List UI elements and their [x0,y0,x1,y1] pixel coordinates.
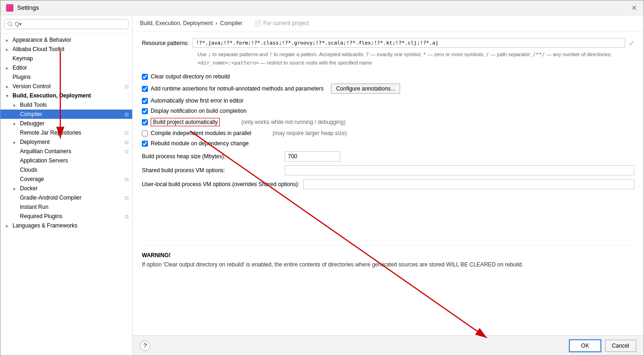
build-auto-note: (only works while not running / debuggin… [241,119,345,125]
resource-patterns-label: Resource patterns: [142,40,189,46]
chevron-icon [13,149,20,154]
compile-parallel-label[interactable]: Compile independent modules in parallel [151,130,251,136]
chevron-right-icon: ▸ [13,103,20,108]
chevron-right-icon: ▸ [6,223,13,228]
sidebar-item-label: Keymap [13,55,128,62]
shared-vm-input[interactable] [285,165,634,175]
resource-patterns-input[interactable] [192,38,625,48]
chevron-right-icon: ▸ [6,84,13,89]
build-auto-checkbox[interactable] [142,119,148,125]
app-icon [6,4,13,12]
copy-icon: ⊡ [125,84,128,89]
chevron-icon [13,112,20,117]
copy-icon: ⊡ [125,112,128,117]
compile-parallel-checkbox[interactable] [142,130,148,136]
chevron-icon [13,168,20,173]
sidebar-item-docker[interactable]: ▸ Docker [0,184,132,193]
auto-show-checkbox[interactable] [142,98,148,104]
sidebar-item-app-servers[interactable]: Application Servers [0,156,132,165]
sidebar-item-label: Arquillian Containers [20,148,125,155]
sidebar-item-label: Coverage [20,176,125,182]
sidebar-item-languages[interactable]: ▸ Languages & Frameworks [0,221,132,230]
chevron-icon [13,195,20,201]
user-vm-label: User-local build process VM options (ove… [142,181,300,188]
build-auto-label[interactable]: Build project automatically [151,118,220,126]
chevron-right-icon: ▸ [13,140,20,145]
sidebar-item-alibaba[interactable]: ▸ Alibaba Cloud Toolkit [0,45,132,54]
sidebar-item-remote-jar[interactable]: Remote Jar Repositories ⊡ [0,128,132,137]
chevron-right-icon: ▸ [13,186,20,191]
breadcrumb-current: Compiler [220,20,242,26]
sidebar-item-label: Application Servers [20,157,128,164]
chevron-icon [6,56,13,61]
main-panel: Build, Execution, Deployment › Compiler … [133,15,644,356]
sidebar-item-label: Deployment [20,139,125,145]
search-box [0,15,132,33]
sidebar-item-label: Clouds [20,167,128,173]
chevron-right-icon: ▸ [13,121,20,126]
user-vm-input[interactable] [303,179,635,189]
copy-icon: ⊡ [125,130,128,136]
sidebar-item-debugger[interactable]: ▸ Debugger [0,119,132,128]
checkbox-compile-parallel: Compile independent modules in parallel … [142,130,634,136]
display-notification-label[interactable]: Display notification on build completion [151,108,247,114]
cancel-button[interactable]: Cancel [605,340,636,352]
sidebar-item-deployment[interactable]: ▸ Deployment ⊡ [0,137,132,147]
chevron-right-icon: ▸ [6,47,13,52]
warning-title: WARNING! [142,252,634,259]
copy-icon: ⊡ [125,140,128,145]
sidebar-item-plugins[interactable]: Plugins [0,72,132,82]
clear-output-checkbox[interactable] [142,74,148,80]
rebuild-module-checkbox[interactable] [142,141,148,147]
heap-size-input[interactable] [285,151,340,162]
checkbox-rebuild-module: Rebuild module on dependency change [142,140,634,147]
sidebar-item-label: Editor [13,65,128,71]
add-runtime-label[interactable]: Add runtime assertions for notnull-annot… [151,85,324,92]
sidebar-item-instant-run[interactable]: Instant Run [0,202,132,212]
bottom-bar: ? OK Cancel [133,335,644,356]
sidebar-item-label: Version Control [13,83,125,90]
sidebar-item-build-exec[interactable]: ▾ Build, Execution, Deployment [0,91,132,100]
breadcrumb-parent: Build, Execution, Deployment [140,20,213,26]
search-input[interactable] [4,19,128,29]
close-button[interactable]: ✕ [631,4,638,12]
chevron-icon [13,177,20,182]
user-vm-row: User-local build process VM options (ove… [142,179,634,189]
sidebar-item-version-control[interactable]: ▸ Version Control ⊡ [0,82,132,91]
help-button[interactable]: ? [140,341,150,351]
sidebar-item-clouds[interactable]: Clouds [0,165,132,175]
sidebar-item-editor[interactable]: ▸ Editor [0,63,132,72]
ok-button[interactable]: OK [569,339,601,352]
heap-size-label: Build process heap size (Mbytes): [142,153,281,160]
window-title: Settings [17,4,631,11]
auto-show-label[interactable]: Automatically show first error in editor [151,97,243,104]
for-project-label: 📄 For current project [255,20,309,26]
sidebar-item-label: Instant Run [20,204,128,210]
expand-icon[interactable]: ⤢ [629,39,634,47]
add-runtime-checkbox[interactable] [142,86,148,92]
sidebar-item-build-tools[interactable]: ▸ Build Tools [0,100,132,110]
sidebar-item-coverage[interactable]: Coverage ⊡ [0,175,132,184]
sidebar-item-label: Plugins [13,74,128,80]
shared-vm-row: Shared build process VM options: [142,165,634,175]
clear-output-label[interactable]: Clear output directory on rebuild [151,73,230,80]
rebuild-module-label[interactable]: Rebuild module on dependency change [151,140,249,147]
shared-vm-label: Shared build process VM options: [142,167,281,174]
sidebar-item-label: Required Plugins [20,213,125,220]
chevron-icon [13,214,20,219]
chevron-icon [13,158,20,163]
sidebar-item-label: Remote Jar Repositories [20,129,125,136]
sidebar-item-required-plugins[interactable]: Required Plugins ⊡ [0,212,132,221]
sidebar-item-compiler[interactable]: Compiler ⊡ [0,110,132,119]
sidebar-item-keymap[interactable]: Keymap [0,54,132,63]
sidebar-item-gradle-android[interactable]: Gradle-Android Compiler ⊡ [0,193,132,202]
sidebar-item-arquillian[interactable]: Arquillian Containers ⊡ [0,147,132,156]
chevron-down-icon: ▾ [6,93,13,98]
display-notification-checkbox[interactable] [142,108,148,114]
sidebar-item-appearance[interactable]: ▸ Appearance & Behavior [0,35,132,45]
compiler-settings: Resource patterns: ⤢ Use ; to separate p… [133,32,644,335]
copy-icon: ⊡ [125,195,128,201]
configure-annotations-button[interactable]: Configure annotations... [331,84,400,94]
sidebar-item-label: Alibaba Cloud Toolkit [13,46,128,52]
sidebar-item-label: Gradle-Android Compiler [20,194,125,201]
